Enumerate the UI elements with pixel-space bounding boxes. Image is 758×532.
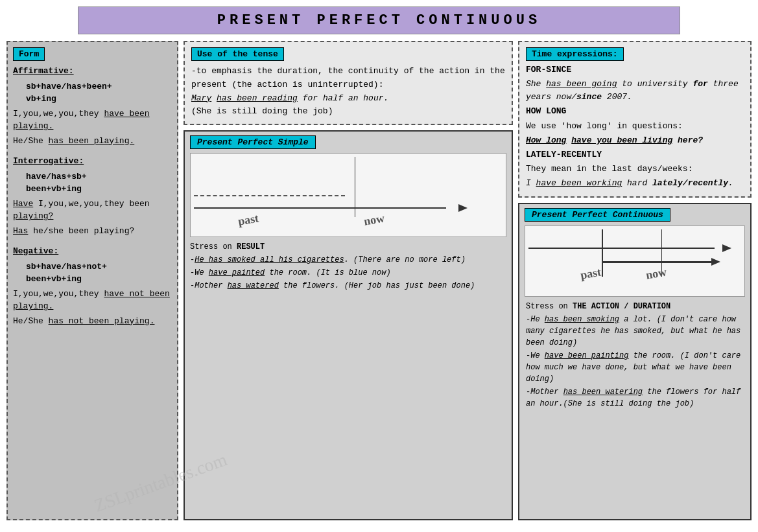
use-label: Use of the tense bbox=[191, 47, 284, 61]
right-column: Time expressions: FOR-SINCE She has been… bbox=[518, 41, 752, 520]
pps-past-label: past bbox=[237, 212, 259, 229]
negative-ex1: I,you,we,you,they have not been playing. bbox=[13, 288, 172, 313]
left-column: Form Affirmative: sb+have/has+been+vb+in… bbox=[6, 41, 178, 520]
negative-ex2: He/She has not been playing. bbox=[13, 315, 172, 328]
time-box: Time expressions: FOR-SINCE She has been… bbox=[518, 41, 752, 198]
how-long-text: We use 'how long' in questions: bbox=[526, 120, 744, 133]
use-note: (She is still doing the job) bbox=[191, 105, 505, 119]
lately-text: They mean in the last days/weeks: bbox=[526, 163, 744, 176]
interrogative-ex2: Has he/she been playing? bbox=[13, 225, 172, 238]
ppc-stress-text: Stress on THE ACTION / DURATION bbox=[526, 301, 744, 312]
lately-ex: I have been working hard lately/recently… bbox=[526, 177, 744, 190]
main-layout: Form Affirmative: sb+have/has+been+vb+in… bbox=[6, 41, 752, 520]
for-since-title: FOR-SINCE bbox=[526, 64, 744, 76]
affirmative-formula: sb+have/has+been+vb+ing bbox=[26, 80, 172, 106]
affirmative-title: Affirmative: bbox=[13, 65, 172, 78]
ppc-solid-line bbox=[602, 261, 711, 263]
pps-diagram: past now bbox=[190, 153, 506, 237]
use-example: Mary has been reading for half an hour. bbox=[191, 92, 505, 106]
interrogative-ex1: Have I,you,we,you,they been playing? bbox=[13, 198, 172, 223]
ppc-stress-word: THE ACTION / DURATION bbox=[573, 302, 670, 311]
how-long-ex: How long have you been living here? bbox=[526, 134, 744, 147]
for-since-ex: She has been going to university for thr… bbox=[526, 78, 744, 104]
ppc-marker1 bbox=[602, 229, 603, 277]
pps-stress-word: RESULT bbox=[237, 242, 265, 251]
pps-stress: Stress on RESULT -He has smoked all his … bbox=[185, 237, 512, 297]
pps-ex1: -He has smoked all his cigarettes. (Ther… bbox=[190, 254, 506, 266]
ppc-ex3: -Mother has been watering the flowers fo… bbox=[526, 386, 744, 410]
pps-solid-line bbox=[194, 207, 446, 209]
ppc-past-label: past bbox=[579, 265, 602, 282]
title-bar: PRESENT PERFECT CONTINUOUS bbox=[78, 6, 680, 34]
form-box: Form Affirmative: sb+have/has+been+vb+in… bbox=[6, 41, 178, 520]
form-label: Form bbox=[13, 47, 45, 61]
how-long-title: HOW LONG bbox=[526, 105, 744, 118]
pps-arrow-head bbox=[458, 204, 468, 212]
pps-stress-text: Stress on RESULT bbox=[190, 241, 506, 253]
affirmative-ex1: I,you,we,you,they have been playing. bbox=[13, 108, 172, 133]
negative-title: Negative: bbox=[13, 245, 172, 258]
ppc-ex2: -We have been painting the room. (I don'… bbox=[526, 350, 744, 385]
pps-label: Present Perfect Simple bbox=[190, 135, 316, 149]
affirmative-ex2: He/She has been playing. bbox=[13, 135, 172, 148]
interrogative-section: Interrogative: have/has+sb+been+vb+ing H… bbox=[13, 155, 172, 237]
ppc-stress: Stress on THE ACTION / DURATION -He has … bbox=[519, 297, 750, 415]
ppc-top-line bbox=[528, 248, 715, 249]
pps-box: Present Perfect Simple past now bbox=[184, 130, 513, 520]
affirmative-section: Affirmative: sb+have/has+been+vb+ing I,y… bbox=[13, 65, 172, 147]
ppc-diagram: past now bbox=[525, 226, 745, 297]
page-title: PRESENT PERFECT CONTINUOUS bbox=[91, 12, 667, 29]
ppc-now-label: now bbox=[645, 265, 667, 282]
lately-title: LATELY-RECENTLY bbox=[526, 148, 744, 161]
interrogative-formula: have/has+sb+been+vb+ing bbox=[26, 170, 172, 196]
ppc-box: Present Perfect Continuous past bbox=[518, 203, 752, 520]
middle-column: Use of the tense -to emphasis the durati… bbox=[184, 41, 513, 520]
use-text1: -to emphasis the duration, the continuit… bbox=[191, 65, 505, 92]
ppc-label: Present Perfect Continuous bbox=[525, 208, 670, 222]
page: PRESENT PERFECT CONTINUOUS Form Affirmat… bbox=[0, 0, 758, 532]
use-box: Use of the tense -to emphasis the durati… bbox=[184, 41, 513, 125]
interrogative-title: Interrogative: bbox=[13, 155, 172, 168]
negative-formula: sb+have/has+not+been+vb+ing bbox=[26, 260, 172, 286]
ppc-top-arrow bbox=[722, 244, 731, 252]
ppc-ex1: -He has been smoking a lot. (I don't car… bbox=[526, 314, 744, 349]
pps-dashed-line bbox=[194, 195, 345, 196]
time-label: Time expressions: bbox=[526, 47, 624, 61]
pps-ex3: -Mother has watered the flowers. (Her jo… bbox=[190, 280, 506, 292]
pps-now-label: now bbox=[363, 212, 386, 229]
pps-ex2: -We have painted the room. (It is blue n… bbox=[190, 267, 506, 279]
ppc-arrow-head bbox=[711, 258, 720, 266]
negative-section: Negative: sb+have/has+not+been+vb+ing I,… bbox=[13, 245, 172, 327]
